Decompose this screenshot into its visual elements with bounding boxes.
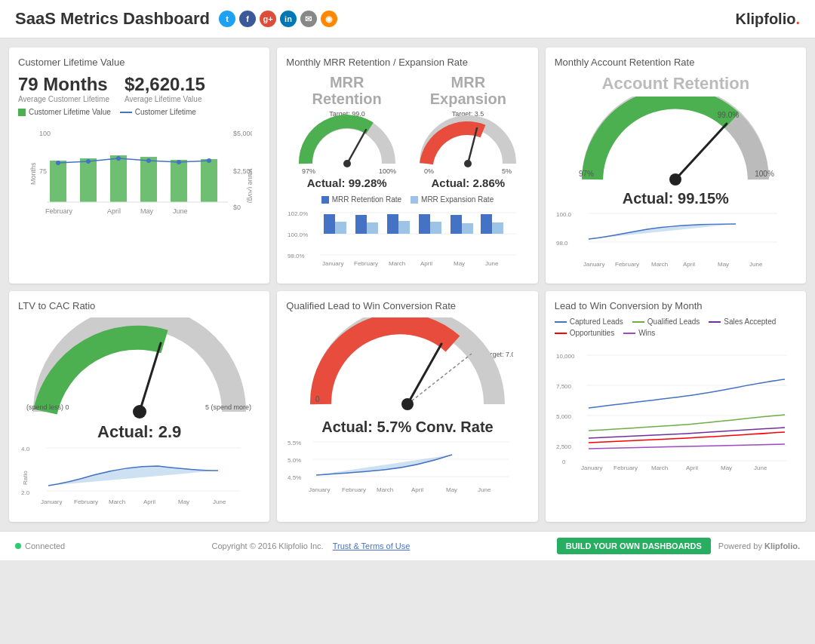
clv-lifetime-label: Average Customer Lifetime [18,95,109,103]
lead-conversion-title: Qualified Lead to Win Conversion Rate [286,300,528,311]
mrr-title: Monthly MRR Retention / Expansion Rate [286,57,528,68]
svg-text:May: May [718,261,729,268]
svg-text:0: 0 [315,395,320,403]
svg-text:(spend less) 0: (spend less) 0 [26,403,69,411]
svg-text:100.0: 100.0 [556,211,572,218]
svg-text:7,500: 7,500 [556,383,572,390]
svg-text:May: May [721,465,732,471]
facebook-icon[interactable]: f [239,11,256,27]
svg-point-16 [146,158,151,163]
twitter-icon[interactable]: t [219,11,235,27]
svg-line-91 [408,344,441,404]
clv-legend: Customer Lifetime Value Customer Lifetim… [18,108,260,116]
svg-line-90 [408,354,472,404]
clv-chart: 100 75 Months $5,000 $2,500 $0 Value (Av… [18,119,260,228]
svg-text:January: January [583,261,604,268]
build-dashboards-button[interactable]: BUILD YOUR OWN DASHBOARDS [557,538,711,554]
svg-rect-51 [492,222,503,234]
svg-text:98.0: 98.0 [556,240,568,247]
mrr-expansion-gauge: MRRExpansion Target: 3.5 0% 5% Actual: 2… [415,74,521,189]
svg-line-58 [675,124,727,179]
svg-text:97%: 97% [302,167,315,175]
svg-text:June: June [478,486,491,493]
lead-conversion-actual: Actual: 5.7% Conv. Rate [286,419,528,436]
mrr-retention-label: MRRRetention [312,74,382,107]
svg-point-75 [133,405,146,419]
svg-text:$5,000: $5,000 [233,130,252,137]
mrr-retention-actual: Actual: 99.28% [307,176,387,189]
svg-rect-10 [140,157,157,202]
svg-text:February: February [342,486,366,493]
svg-text:March: March [389,260,405,267]
mrr-bar-chart: 102.0% 100.0% 98.0% [286,207,528,274]
legend-sales: Sales Accepted [709,317,776,326]
clv-value-label: Average Lifetime Value [125,95,205,103]
svg-text:June: June [754,465,767,471]
svg-text:97%: 97% [579,170,594,178]
lead-win-legend: Captured Leads Qualified Leads Sales Acc… [555,317,797,337]
trust-link[interactable]: Trust & Terms of Use [333,541,411,550]
mrr-exp-dot [411,196,418,204]
svg-point-15 [116,156,121,161]
svg-text:5.0%: 5.0% [288,457,301,464]
mrr-expansion-label: MRRExpansion [430,74,506,107]
lead-conversion-gauge-area: Target: 7.0% 0 [286,317,528,426]
svg-rect-11 [171,160,187,202]
svg-point-18 [207,158,211,163]
mrr-expansion-actual: Actual: 2.86% [432,176,506,189]
svg-text:5.5%: 5.5% [288,440,301,446]
svg-line-25 [347,130,366,164]
opp-line [555,333,567,334]
svg-text:May: May [140,207,154,215]
svg-text:June: June [485,260,499,267]
svg-text:January: January [309,486,330,493]
svg-text:March: March [651,465,668,471]
clv-legend-dot [18,109,26,116]
connected-label: Connected [25,541,65,550]
svg-text:June: June [749,261,763,268]
lead-win-svg: 10,000 7,500 5,000 2,500 0 [555,342,796,477]
svg-text:Ratio: Ratio [22,471,29,485]
svg-text:2,500: 2,500 [556,443,572,450]
ltv-cac-chart-svg: 4.0 2.0 Ratio January February March Apr… [18,442,252,510]
svg-point-59 [669,173,681,186]
svg-text:10,000: 10,000 [556,353,575,360]
svg-rect-41 [335,222,346,234]
google-icon[interactable]: g+ [260,11,276,27]
linkedin-icon[interactable]: in [280,11,297,27]
svg-text:March: March [377,486,393,493]
svg-text:June: June [213,498,226,505]
svg-rect-9 [110,155,127,202]
card-lead-conversion: Qualified Lead to Win Conversion Rate Ta… [277,291,537,522]
svg-point-31 [464,160,472,167]
connected-dot [15,543,21,549]
cl-legend-line [120,112,132,113]
clv-title: Customer Lifetime Value [18,57,260,68]
lead-win-chart: 10,000 7,500 5,000 2,500 0 [555,342,797,480]
ltv-cac-gauge-area: Target: 3.0 (spend less) 0 5 (spend more… [18,317,260,442]
svg-text:4.5%: 4.5% [288,474,301,481]
svg-text:January: January [581,465,602,471]
svg-rect-43 [367,222,378,234]
page-title: SaaS Metrics Dashboard [15,9,210,29]
footer: Connected Copyright © 2016 Klipfolio Inc… [0,531,815,560]
legend-mrr-expansion: MRR Expansion Rate [411,195,494,204]
card-mrr: Monthly MRR Retention / Expansion Rate M… [277,48,537,284]
clv-stats: 79 Months Average Customer Lifetime $2,6… [18,74,260,103]
ltv-cac-svg: Target: 3.0 (spend less) 0 5 (spend more… [23,317,257,431]
svg-text:100%: 100% [755,170,775,178]
dashboard-grid: Customer Lifetime Value 79 Months Averag… [0,38,815,531]
card-account-retention: Monthly Account Retention Rate Account R… [546,48,806,284]
svg-text:February: February [74,498,98,505]
svg-point-26 [343,160,351,167]
email-icon[interactable]: ✉ [300,11,317,27]
svg-text:February: February [354,260,378,267]
svg-text:Value (Avg): Value (Avg) [247,168,252,203]
captured-line [555,321,567,323]
rss-icon[interactable]: ◉ [321,11,337,27]
social-icons: t f g+ in ✉ ◉ [219,11,337,27]
svg-rect-47 [430,222,441,234]
svg-point-92 [401,398,414,410]
svg-point-14 [86,159,91,164]
svg-text:April: April [411,486,423,493]
